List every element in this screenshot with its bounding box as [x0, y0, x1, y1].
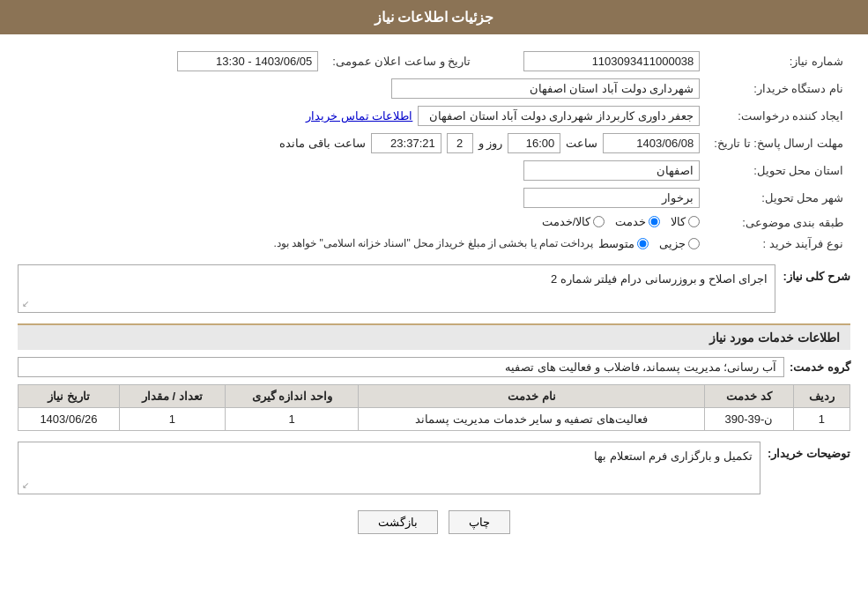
button-group: چاپ بازگشت: [18, 510, 850, 534]
deadline-time2: 23:37:21: [371, 133, 441, 153]
province-value: اصفهان: [523, 160, 700, 181]
buyer-desc-resize-arrow: ↙: [22, 480, 29, 490]
general-desc-value: اجرای اصلاح و بروزرسانی درام فیلتر شماره…: [551, 272, 768, 286]
city-label: شهر محل تحویل:: [707, 184, 850, 212]
category-label: طبقه بندی موضوعی:: [707, 212, 850, 234]
col-code: کد خدمت: [705, 385, 794, 408]
col-quantity: تعداد / مقدار: [119, 385, 225, 408]
services-table: ردیف کد خدمت نام خدمت واحد اندازه گیری ت…: [18, 384, 850, 431]
purchase-type-label: نوع فرآیند خرید :: [707, 234, 850, 254]
category-kala-khedmat[interactable]: کالا/خدمت: [542, 215, 605, 228]
announce-datetime-value: 1403/06/05 - 13:30: [177, 51, 318, 71]
page-title: جزئیات اطلاعات نیاز: [0, 0, 868, 34]
col-name: نام خدمت: [359, 385, 705, 408]
need-number-value: 1103093411000038: [523, 51, 700, 71]
deadline-time: 16:00: [508, 133, 560, 153]
deadline-time-label: ساعت: [566, 137, 597, 150]
group-label: گروه خدمت:: [790, 360, 850, 374]
services-section-title: اطلاعات خدمات مورد نیاز: [18, 323, 850, 350]
purchase-type-note: پرداخت تمام یا بخشی از مبلغ خریداز محل "…: [273, 237, 593, 249]
purchase-type-jozi[interactable]: جزیی: [659, 237, 700, 250]
province-label: استان محل تحویل:: [707, 157, 850, 184]
creator-contact-link[interactable]: اطلاعات تماس خریدار: [306, 109, 412, 123]
need-number-label: شماره نیاز:: [707, 48, 850, 75]
deadline-days-label: روز و: [479, 137, 503, 150]
deadline-date: 1403/06/08: [603, 133, 700, 153]
category-khedmat[interactable]: خدمت: [615, 215, 660, 228]
city-value: برخوار: [523, 188, 700, 208]
group-service-row: گروه خدمت: آب رسانی؛ مدیریت پسماند، فاضل…: [18, 357, 850, 377]
buyer-org-value: شهرداری دولت آباد استان اصفهان: [391, 78, 700, 99]
general-desc-label: شرح کلی نیاز:: [783, 264, 850, 283]
back-button[interactable]: بازگشت: [358, 510, 438, 534]
buyer-desc-box: تکمیل و بارگزاری فرم استعلام بها ↙: [18, 442, 760, 494]
category-kala[interactable]: کالا: [671, 215, 700, 228]
col-row: ردیف: [793, 385, 849, 408]
buyer-org-label: نام دستگاه خریدار:: [707, 75, 850, 102]
buyer-desc-label: توضیحات خریدار:: [768, 442, 850, 460]
general-desc-box: اجرای اصلاح و بروزرسانی درام فیلتر شماره…: [18, 264, 775, 313]
deadline-label: مهلت ارسال پاسخ: تا تاریخ:: [707, 130, 850, 157]
creator-label: ایجاد کننده درخواست:: [707, 102, 850, 130]
category-radio-group: کالا خدمت کالا/خدمت: [542, 215, 701, 228]
col-unit: واحد اندازه گیری: [225, 385, 358, 408]
col-date: تاریخ نیاز: [19, 385, 120, 408]
announce-datetime-label: تاریخ و ساعت اعلان عمومی:: [325, 48, 478, 75]
deadline-days: 2: [447, 133, 473, 153]
deadline-remaining-label: ساعت باقی مانده: [279, 137, 365, 150]
desc-resize-arrow: ↙: [22, 299, 29, 308]
purchase-type-motavassed[interactable]: متوسط: [598, 237, 649, 250]
print-button[interactable]: چاپ: [449, 510, 510, 534]
table-row: 1ن-39-390فعالیت‌های تصفیه و سایر خدمات م…: [19, 408, 850, 431]
purchase-type-radio-group: جزیی متوسط: [598, 237, 700, 250]
creator-value: جعفر داوری کاربرداز شهرداری دولت آباد اس…: [418, 106, 700, 126]
buyer-desc-value: تکمیل و بارگزاری فرم استعلام بها: [594, 449, 753, 463]
group-value: آب رسانی؛ مدیریت پسماند، فاضلاب و فعالیت…: [18, 357, 784, 377]
